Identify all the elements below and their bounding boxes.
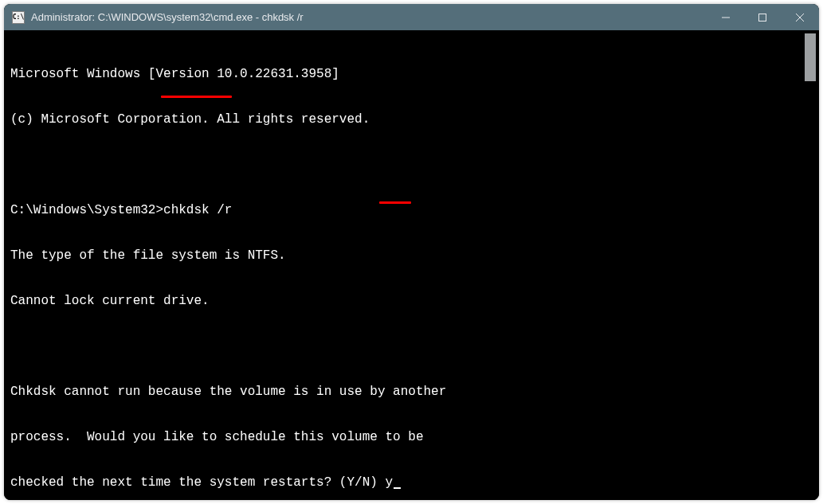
- window-title: Administrator: C:\WINDOWS\system32\cmd.e…: [31, 11, 707, 23]
- scrollbar-thumb[interactable]: [805, 33, 816, 81]
- close-icon: [796, 14, 804, 21]
- cursor: [394, 487, 401, 489]
- output-line: Microsoft Windows [Version 10.0.22631.39…: [10, 67, 800, 82]
- output-line: Cannot lock current drive.: [10, 294, 800, 309]
- output-line: [10, 158, 800, 173]
- maximize-button[interactable]: [744, 4, 781, 30]
- cmd-icon-text: C:\: [13, 14, 24, 21]
- user-answer: y: [385, 475, 393, 490]
- prompt-line: checked the next time the system restart…: [10, 475, 800, 490]
- scrollbar[interactable]: [805, 33, 816, 500]
- annotation-underline-answer: [379, 201, 411, 204]
- close-button[interactable]: [781, 4, 819, 30]
- svg-rect-1: [759, 14, 766, 21]
- output-line: process. Would you like to schedule this…: [10, 430, 800, 445]
- titlebar[interactable]: C:\ Administrator: C:\WINDOWS\system32\c…: [4, 4, 819, 30]
- cmd-window: C:\ Administrator: C:\WINDOWS\system32\c…: [4, 4, 819, 500]
- cmd-icon: C:\: [12, 11, 25, 24]
- window-controls: [707, 4, 819, 30]
- minimize-icon: [722, 14, 730, 21]
- terminal-container: Microsoft Windows [Version 10.0.22631.39…: [4, 30, 819, 500]
- command-line: C:\Windows\System32>chkdsk /r: [10, 203, 800, 218]
- output-line: (c) Microsoft Corporation. All rights re…: [10, 112, 800, 127]
- maximize-icon: [758, 14, 766, 21]
- minimize-button[interactable]: [707, 4, 744, 30]
- terminal-output[interactable]: Microsoft Windows [Version 10.0.22631.39…: [4, 30, 805, 500]
- output-line: [10, 339, 800, 354]
- prompt: C:\Windows\System32>: [10, 203, 163, 217]
- typed-command: chkdsk /r: [163, 203, 232, 217]
- output-line: Chkdsk cannot run because the volume is …: [10, 385, 800, 400]
- yn-prompt: checked the next time the system restart…: [10, 475, 385, 490]
- output-line: The type of the file system is NTFS.: [10, 248, 800, 264]
- annotation-underline-command: [161, 96, 232, 98]
